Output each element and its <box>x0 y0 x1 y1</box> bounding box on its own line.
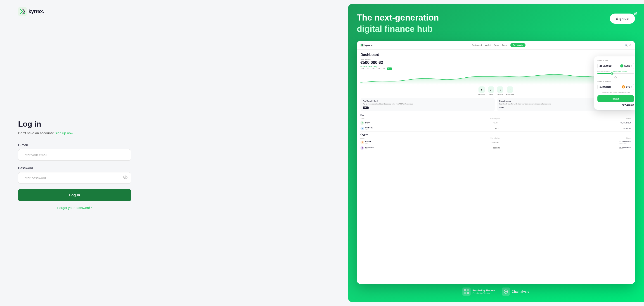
hero-subtitle: digital finance hub <box>357 24 604 34</box>
action-swap-label: Swap <box>489 93 493 95</box>
topup-payment-methods: VISA <box>363 107 492 109</box>
mockup-time-filters: 1W 1M 3M 6M 1Y ALL <box>360 67 631 70</box>
svg-rect-5 <box>464 289 466 291</box>
mockup-balance-change: +€306.30 (+38.79%) <box>360 65 631 67</box>
swap-receive-currency: ₿ BTC ▾ <box>622 85 632 88</box>
euro-balance: 70,000.30 EUR <box>620 122 631 124</box>
svg-point-1 <box>20 9 21 10</box>
right-signup-button[interactable]: Sign up <box>610 13 635 24</box>
mockup-nav: kyrrex. Dashboard Wallet Swap Trade Buy … <box>357 41 635 50</box>
topup-card-text: Top up your account swiftly and securely… <box>363 103 492 105</box>
btc-price: €29000.45 <box>492 142 499 143</box>
login-button[interactable]: Log in <box>18 189 131 201</box>
swap-available: Available balance: 70 600.62 EUR Deposit <box>598 70 634 72</box>
topup-card-title: Top-Up with Card › <box>363 100 492 102</box>
right-panel-footer: Proofed by Hacken Penetration Testing Ch… <box>462 288 529 296</box>
email-label: E-mail <box>18 143 131 147</box>
swap-available-amount: 70 600.62 EUR <box>611 70 622 72</box>
eth-asset-info: Ξ Ethereum ETH <box>360 146 374 150</box>
logo-area: kyrrex. <box>18 0 330 23</box>
mockup-chart <box>360 72 631 85</box>
action-withdrawal: ↑ Withdrawal <box>506 86 514 95</box>
eth-price: €1800.45 <box>493 147 500 149</box>
mockup-balance-label: Total balance <box>360 58 631 60</box>
fiat-section-title: Fiat <box>360 114 631 117</box>
btc-name: Bitcoin <box>365 141 371 143</box>
usd-name: US Dollar <box>365 127 373 129</box>
password-label: Password <box>18 166 131 170</box>
email-input-wrapper <box>18 149 131 161</box>
hero-text: The next-generation digital finance hub <box>357 13 604 34</box>
usd-price: €0.91 <box>496 128 500 129</box>
deposit-link[interactable]: Deposit <box>622 70 627 72</box>
swap-card: I want to pay 35 300.00 € EURO ▾ Availab… <box>594 56 635 110</box>
btc-balance: 12.5486174 BTC <box>619 141 631 143</box>
filter-1y: 1Y <box>382 67 386 70</box>
usd-balance: 7,420.09 USD <box>622 128 631 129</box>
swap-progress-fill <box>598 73 612 74</box>
password-toggle-icon[interactable] <box>123 175 128 181</box>
action-swap: ⇄ Swap <box>488 86 494 95</box>
hacken-text: Proofed by Hacken Penetration Testing <box>472 289 495 294</box>
filter-6m: 6M <box>377 67 381 70</box>
usd-asset-info: $ US Dollar USD <box>360 127 373 131</box>
signup-prompt: Don't have an account? Sign up now <box>18 131 131 135</box>
login-form-container: Log in Don't have an account? Sign up no… <box>18 23 131 306</box>
svg-point-3 <box>125 177 126 178</box>
kyrrex-logo-icon <box>18 7 27 16</box>
visa-badge: VISA <box>363 107 368 109</box>
action-withdrawal-label: Withdrawal <box>506 93 514 95</box>
nav-swap: Swap <box>494 44 499 46</box>
swap-receive-currency-text: BTC <box>626 86 630 88</box>
eth-balance-eur: €40,60... <box>619 148 631 150</box>
email-input[interactable] <box>18 149 131 161</box>
hero-title: The next-generation <box>357 13 604 23</box>
chainalysis-icon <box>502 288 510 296</box>
mockup-balance: €500 000.62 <box>360 60 631 65</box>
hacken-icon <box>462 288 470 296</box>
action-deposit-label: Deposit <box>498 93 503 95</box>
nav-dashboard: Dashboard <box>472 44 482 46</box>
btc-currency-icon: ₿ <box>622 85 625 88</box>
mockup-cards-row: Top-Up with Card › Top up your account s… <box>360 98 631 111</box>
mockup-search-icon: 🔍 <box>625 44 628 46</box>
swap-receive-row: 1.403818 ₿ BTC ▾ <box>598 84 634 90</box>
euro-price: €1.00 <box>494 122 498 124</box>
btc-asset-info: ₿ Bitcoin BTC <box>360 141 371 144</box>
btc-icon: ₿ <box>360 141 364 144</box>
eth-icon: Ξ <box>360 146 364 150</box>
password-input[interactable] <box>18 172 131 184</box>
crypto-row-eth: Ξ Ethereum ETH €1800.45 22.5486174 ETH €… <box>360 145 631 151</box>
dashboard-mockup: kyrrex. Dashboard Wallet Swap Trade Buy … <box>357 41 635 284</box>
crypto-row-btc: ₿ Bitcoin BTC €29000.45 12.5486174 BTC €… <box>360 140 631 145</box>
btc-balance-eur: €348,901.34 <box>619 143 631 144</box>
mockup-nav-icons: 🔍 ⚙ <box>625 44 631 46</box>
swap-pay-label: I want to pay <box>598 60 634 62</box>
fiat-table: Asset Current price Balance € EURO EUR € <box>360 118 631 132</box>
mockup-dashboard-title: Dashboard <box>360 53 631 57</box>
mockup-main: Dashboard Total balance €500 000.62 +€30… <box>360 53 631 281</box>
mockup-settings-icon: ⚙ <box>629 44 631 46</box>
svg-rect-7 <box>464 292 466 294</box>
mockup-nav-links: Dashboard Wallet Swap Trade Buy crypto <box>472 43 526 47</box>
nav-trade: Trade <box>502 44 507 46</box>
globe-icon[interactable]: ⊕ <box>633 10 637 16</box>
fiat-table-header: Asset Current price Balance <box>360 118 631 119</box>
eth-name: Ethereum <box>365 146 374 148</box>
buy-crypto-icon: + <box>478 86 485 93</box>
crypto-table-header: Asset Current price Balance <box>360 137 631 139</box>
sepa-badge: SEPA <box>499 107 504 109</box>
right-panel-header: The next-generation digital finance hub … <box>357 13 635 34</box>
swap-button[interactable]: Swap <box>598 95 634 102</box>
withdrawal-icon: ↑ <box>507 86 513 93</box>
usd-icon: $ <box>360 127 364 131</box>
filter-3m: 3M <box>371 67 375 70</box>
usd-sub: USD <box>365 129 373 130</box>
signup-link[interactable]: Sign up now <box>54 131 73 135</box>
svg-rect-8 <box>467 292 469 294</box>
nav-wallet: Wallet <box>485 44 491 46</box>
btc-sub: BTC <box>365 143 371 144</box>
hacken-sub: Penetration Testing <box>472 292 495 294</box>
forgot-password-link[interactable]: Forgot your password? <box>18 206 131 210</box>
proof-chainalysis: Chainalysis <box>502 288 529 296</box>
